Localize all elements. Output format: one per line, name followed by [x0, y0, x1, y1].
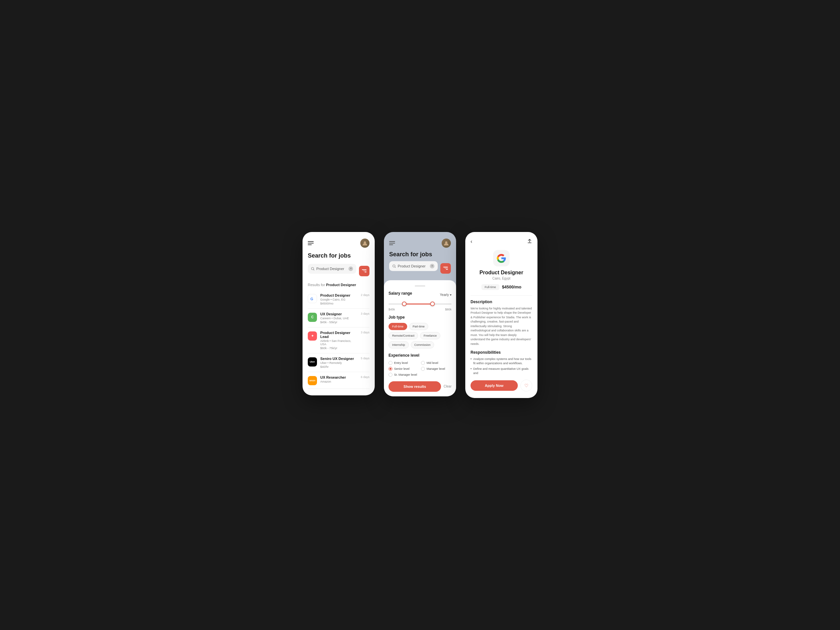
google-logo: G	[308, 294, 317, 303]
svg-point-5	[393, 265, 395, 267]
menu-icon[interactable]	[308, 241, 314, 245]
job-company: Google • Cairo, EG	[320, 298, 357, 301]
responsibility-2: Define and measure quantitative UX goals…	[471, 367, 532, 375]
modal-footer: Show results Clear	[388, 381, 452, 392]
clear-search-btn[interactable]: ✕	[349, 267, 353, 271]
description-title: Description	[471, 300, 532, 304]
job-days: 2 days	[361, 293, 369, 297]
job-type-tag: Full-time	[482, 284, 499, 290]
svg-text:G: G	[310, 297, 313, 301]
slider-labels: $45k $80k	[388, 308, 452, 311]
job-type-chips: Full-time Part-time Remote/Contract Free…	[388, 323, 452, 349]
radio-sr-manager[interactable]: Sr. Manager level	[388, 373, 419, 377]
job-salary: $4500/mo	[320, 302, 357, 305]
uber-logo: Uber	[308, 357, 317, 366]
radio-senior[interactable]: Senior level	[388, 367, 419, 371]
radio-circle	[421, 367, 425, 371]
slider-fill	[404, 303, 433, 305]
job-info: Product Designer Google • Cairo, EG $450…	[320, 293, 357, 305]
share-button[interactable]	[527, 238, 532, 245]
chip-freelance[interactable]: Freelance	[420, 332, 441, 339]
detail-tags: Full-time $4500/mo	[471, 284, 532, 290]
clear-button[interactable]: Clear	[444, 385, 452, 388]
filter-icon	[362, 269, 366, 272]
job-card-amazon[interactable]: amzn UX Researcher Amazon 6 days	[308, 372, 369, 389]
apply-now-button[interactable]: Apply Now	[471, 380, 518, 391]
radio-circle	[388, 373, 392, 377]
job-title: Product Designer Lead	[320, 331, 357, 339]
screen-search-results: Search for jobs Product Designer ✕ Resul…	[303, 232, 375, 395]
avatar[interactable]	[442, 238, 451, 248]
yearly-badge[interactable]: Yearly ▾	[440, 293, 452, 297]
job-salary: $60k - 75k/yr	[320, 346, 357, 350]
svg-line-2	[314, 269, 314, 270]
screen3-header: ‹	[471, 238, 532, 245]
job-detail-title: Product Designer	[471, 270, 532, 276]
salary-slider[interactable]	[388, 302, 452, 306]
search-bar[interactable]: Product Designer ✕	[308, 264, 356, 274]
page-title: Search for jobs	[308, 252, 369, 259]
clear-search-btn[interactable]: ✕	[430, 264, 434, 268]
experience-title: Experience level	[388, 353, 452, 358]
save-job-button[interactable]: ♡	[520, 380, 532, 392]
search-row: Product Designer ✕	[389, 261, 451, 276]
job-type-title: Job type	[388, 315, 452, 320]
svg-point-1	[311, 267, 314, 270]
screen2-header	[389, 238, 451, 248]
radio-manager[interactable]: Manager level	[421, 367, 452, 371]
job-card-airbnb[interactable]: ✦ Product Designer Lead Airbnb • San Fra…	[308, 327, 369, 354]
job-title: UX Designer	[320, 312, 357, 316]
google-g-logo	[496, 253, 506, 263]
job-list: G Product Designer Google • Cairo, EG $4…	[308, 290, 369, 389]
svg-line-6	[395, 267, 396, 267]
job-company: Careem • Dubai, UAE	[320, 317, 357, 320]
menu-icon[interactable]	[389, 241, 395, 245]
job-card-uber[interactable]: Uber Seniro UX Designer Uber • Remotely …	[308, 354, 369, 372]
chip-fulltime[interactable]: Full-time	[388, 323, 407, 330]
job-info: Seniro UX Designer Uber • Remotely $40/h…	[320, 357, 357, 368]
job-days: 3 days	[361, 331, 369, 334]
screen-job-detail: ‹ Product Designer Cairo, Egypt Full-tim…	[465, 232, 537, 398]
airbnb-logo: ✦	[308, 332, 317, 341]
careem-logo: C	[308, 313, 317, 322]
search-bar[interactable]: Product Designer ✕	[389, 261, 438, 271]
chip-remote[interactable]: Remote/Contract	[388, 332, 418, 339]
slider-track	[388, 303, 452, 305]
job-info: UX Designer Careem • Dubai, UAE $45k - 5…	[320, 312, 357, 324]
search-row: Product Designer ✕	[308, 264, 369, 278]
job-card-careem[interactable]: C UX Designer Careem • Dubai, UAE $45k -…	[308, 309, 369, 327]
chip-commission[interactable]: Commission	[411, 341, 434, 349]
job-company: Airbnb • San Francisco, USA	[320, 339, 357, 346]
filter-icon	[443, 267, 448, 270]
salary-header: Salary range Yearly ▾	[388, 291, 452, 299]
job-company: Amazon	[320, 380, 357, 383]
filter-modal: Salary range Yearly ▾ $45k $80k Job type	[384, 280, 456, 396]
radio-circle	[388, 361, 392, 365]
job-salary: $40/hr	[320, 365, 357, 368]
filter-button[interactable]	[441, 263, 451, 274]
radio-entry[interactable]: Entry level	[388, 361, 419, 365]
job-days: 3 days	[361, 312, 369, 315]
search-input[interactable]: Product Designer	[316, 267, 346, 271]
chip-internship[interactable]: Internship	[388, 341, 409, 349]
results-label: Results for Product Designer	[308, 283, 369, 287]
chip-parttime[interactable]: Part-time	[409, 323, 428, 330]
filter-button[interactable]	[359, 266, 369, 276]
radio-mid[interactable]: Mid level	[421, 361, 452, 365]
salary-display: $4500/mo	[502, 284, 521, 289]
job-title: Seniro UX Designer	[320, 357, 357, 361]
back-button[interactable]: ‹	[471, 238, 472, 245]
responsibilities-title: Responsibilities	[471, 350, 532, 355]
job-card-google[interactable]: G Product Designer Google • Cairo, EG $4…	[308, 290, 369, 309]
show-results-button[interactable]: Show results	[388, 381, 441, 392]
job-location: Cairo, Egypt	[471, 276, 532, 280]
search-input[interactable]: Product Designer	[398, 264, 428, 268]
responsibility-1: Analyze complex systems and how our tool…	[471, 357, 532, 365]
radio-circle-selected	[388, 367, 392, 371]
slider-thumb-right[interactable]	[430, 302, 435, 306]
experience-options: Entry level Mid level Senior level Manag…	[388, 361, 452, 377]
avatar[interactable]	[360, 238, 369, 248]
job-title: Product Designer	[320, 293, 357, 297]
job-days: 5 days	[361, 357, 369, 360]
slider-thumb-left[interactable]	[402, 302, 407, 306]
